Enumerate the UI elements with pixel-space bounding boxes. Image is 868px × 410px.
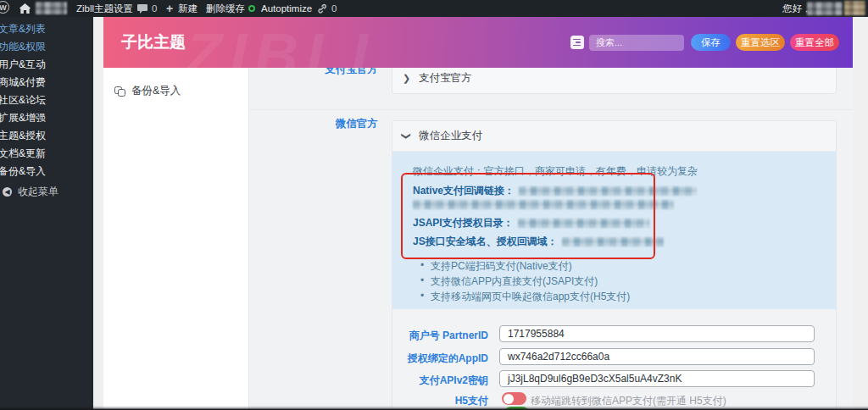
save-button[interactable]: 保存 <box>691 34 731 51</box>
bullet-native: 支持PC端扫码支付(Native支付) <box>431 259 572 274</box>
wechat-accordion-header[interactable]: ❯ 微信企业支付 <box>392 121 836 152</box>
app-id-input[interactable] <box>499 348 815 365</box>
wechat-info-box: 微信企业支付：官方接口，商家可申请，有年费，申请较为复杂 Native支付回调链… <box>392 152 836 309</box>
menu-list-icon[interactable] <box>570 36 584 49</box>
app-id-label: 授权绑定的AppID <box>392 352 488 366</box>
header-controls: 保存 重置选区 重置全部 <box>570 17 839 68</box>
wechat-accordion: ❯ 微信企业支付 微信企业支付：官方接口，商家可申请，有年费，申请较为复杂 Na… <box>392 120 837 410</box>
wp-admin-bar: W Zibll主题设置 0 + 新建 删除缓存 Autoptimize 0 您好… <box>0 0 868 17</box>
sidebar-item-extensions[interactable]: 扩展&增强 <box>0 109 93 127</box>
settings-area: 支付宝官方 ❯ 支付宝官方 微信官方 ❯ 微信企业支付 微信企业支付：官方接口，… <box>249 68 853 410</box>
panel-header: ZIBLL 子比主题 保存 重置选区 重置全部 <box>103 17 853 68</box>
bullet-jsapi: 支持微信APP内直接支付(JSAPI支付) <box>431 274 598 289</box>
username-redacted[interactable] <box>807 2 843 15</box>
comments-icon[interactable] <box>137 0 147 17</box>
zibll-watermark: ZIBLL <box>185 20 396 68</box>
apiv2-key-input[interactable] <box>499 370 815 387</box>
alipay-accordion[interactable]: ❯ 支付宝官方 <box>392 68 837 94</box>
chevron-down-icon: ❯ <box>401 132 412 140</box>
reset-section-button[interactable]: 重置选区 <box>736 34 785 51</box>
wp-sidebar-menu: 文章&列表 功能&权限 用户&互动 商城&付费 社区&论坛 扩展&增强 主题&授… <box>0 17 93 180</box>
admin-bar-theme-settings[interactable]: Zibll主题设置 <box>76 0 133 17</box>
collapse-arrow-icon: ◀ <box>3 187 12 197</box>
sidebar-item-backup-import[interactable]: 备份&导入 <box>0 163 93 180</box>
sidebar-item-features-permissions[interactable]: 功能&权限 <box>0 38 93 56</box>
site-name-redacted[interactable] <box>36 2 67 14</box>
collapse-menu-label: 收起菜单 <box>18 185 58 199</box>
panel-menu: 备份&导入 <box>103 68 248 410</box>
sidebar-item-shop-payment[interactable]: 商城&付费 <box>0 74 93 91</box>
partner-id-label: 商户号 PartnerID <box>392 329 488 343</box>
partner-id-input[interactable] <box>499 325 815 342</box>
theme-settings-panel: ZIBLL 子比主题 保存 重置选区 重置全部 备份&导入 支付宝官方 ❯ 支付… <box>103 17 853 410</box>
wechat-accordion-title: 微信企业支付 <box>419 129 482 143</box>
bottom-edge-shadow <box>0 406 868 410</box>
sidebar-item-docs-updates[interactable]: 文档&更新 <box>0 145 93 163</box>
links-icon[interactable] <box>316 0 327 17</box>
row-divider <box>249 109 853 110</box>
reset-all-button[interactable]: 重置全部 <box>790 34 839 51</box>
sidebar-item-theme-license[interactable]: 主题&授权 <box>0 127 93 145</box>
avatar[interactable] <box>844 1 865 15</box>
bullet-h5: 支持移动端网页中唤起微信app支付(H5支付) <box>431 290 630 304</box>
panel-menu-label: 备份&导入 <box>131 84 181 98</box>
h5-pay-toggle[interactable] <box>502 392 526 405</box>
sidebar-item-users-interaction[interactable]: 用户&互动 <box>0 56 93 74</box>
alipay-row-label: 支付宝官方 <box>249 68 378 77</box>
alipay-accordion-title: 支付宝官方 <box>419 71 472 86</box>
new-content-plus-icon[interactable]: + <box>166 0 173 17</box>
wechat-row-label: 微信官方 <box>249 117 378 131</box>
sidebar-item-community-forum[interactable]: 社区&论坛 <box>0 91 93 109</box>
collapse-menu-button[interactable]: ◀ 收起菜单 <box>0 185 93 198</box>
autoptimize-status-icon <box>248 0 255 17</box>
toggle-knob <box>504 394 514 404</box>
wp-admin-sidebar: 文章&列表 功能&权限 用户&互动 商城&付费 社区&论坛 扩展&增强 主题&授… <box>0 17 93 410</box>
site-home-icon[interactable] <box>19 0 31 17</box>
wordpress-logo-icon[interactable]: W <box>0 1 9 14</box>
panel-menu-backup-import[interactable]: 备份&导入 <box>114 84 181 98</box>
apiv2-key-label: 支付APIv2密钥 <box>392 374 488 388</box>
sidebar-item-posts-lists[interactable]: 文章&列表 <box>0 20 93 38</box>
admin-bar-clear-cache[interactable]: 删除缓存 <box>206 0 245 17</box>
panel-title: 子比主题 <box>121 31 186 53</box>
search-input[interactable] <box>589 35 684 51</box>
admin-bar-autoptimize[interactable]: Autoptimize <box>261 0 312 17</box>
chevron-right-icon: ❯ <box>403 73 410 84</box>
backup-import-icon <box>114 86 125 97</box>
comments-count: 0 <box>152 0 157 17</box>
links-count: 0 <box>331 0 337 17</box>
admin-bar-new[interactable]: 新建 <box>178 0 198 17</box>
annotation-red-box <box>401 173 655 259</box>
